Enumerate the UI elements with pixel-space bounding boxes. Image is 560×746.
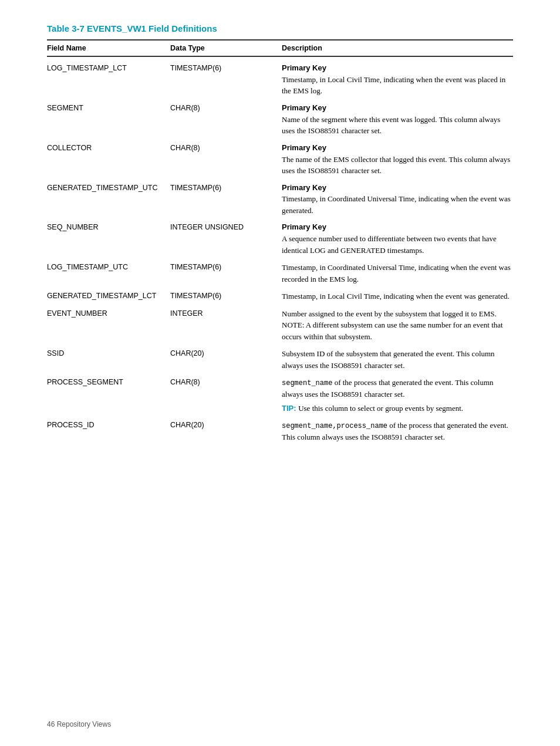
- desc-text: Name of the segment where this event was…: [282, 114, 513, 137]
- description-cell: Primary KeyThe name of the EMS collector…: [282, 140, 513, 180]
- table-row: PROCESS_SEGMENTCHAR(8)segment_name of th…: [47, 374, 513, 417]
- table-row: SEGMENTCHAR(8)Primary KeyName of the seg…: [47, 100, 513, 140]
- primary-key-label: Primary Key: [282, 183, 513, 194]
- field-name-cell: SSID: [47, 345, 170, 374]
- data-type-cell: CHAR(8): [170, 140, 282, 180]
- description-cell: Primary KeyA sequence number used to dif…: [282, 219, 513, 259]
- desc-text: segment_name of the process that generat…: [282, 377, 513, 400]
- col-header-field: Field Name: [47, 40, 170, 56]
- desc-text: segment_name,process_name of the process…: [282, 420, 513, 443]
- field-name-cell: LOG_TIMESTAMP_UTC: [47, 259, 170, 288]
- table-row: LOG_TIMESTAMP_LCTTIMESTAMP(6)Primary Key…: [47, 56, 513, 100]
- field-name-cell: SEQ_NUMBER: [47, 219, 170, 259]
- desc-text: Timestamp, in Local Civil Time, indicati…: [282, 74, 513, 97]
- field-name-cell: SEGMENT: [47, 100, 170, 140]
- field-name-cell: EVENT_NUMBER: [47, 305, 170, 346]
- data-type-cell: CHAR(8): [170, 374, 282, 417]
- tip-text: TIP: Use this column to select or group …: [282, 403, 513, 414]
- description-cell: segment_name of the process that generat…: [282, 374, 513, 417]
- description-cell: Primary KeyTimestamp, in Local Civil Tim…: [282, 56, 513, 100]
- field-name-cell: GENERATED_TIMESTAMP_UTC: [47, 180, 170, 220]
- data-type-cell: TIMESTAMP(6): [170, 56, 282, 100]
- tip-label: TIP:: [282, 404, 298, 413]
- data-type-cell: TIMESTAMP(6): [170, 288, 282, 305]
- desc-text: Number assigned to the event by the subs…: [282, 308, 513, 343]
- description-cell: Subsystem ID of the subsystem that gener…: [282, 345, 513, 374]
- data-type-cell: CHAR(8): [170, 100, 282, 140]
- col-header-type: Data Type: [170, 40, 282, 56]
- desc-text: Subsystem ID of the subsystem that gener…: [282, 348, 513, 371]
- field-name-cell: GENERATED_TIMESTAMP_LCT: [47, 288, 170, 305]
- table-row: SEQ_NUMBERINTEGER UNSIGNEDPrimary KeyA s…: [47, 219, 513, 259]
- col-header-desc: Description: [282, 40, 513, 56]
- data-type-cell: CHAR(20): [170, 417, 282, 446]
- data-type-cell: TIMESTAMP(6): [170, 180, 282, 220]
- description-cell: Timestamp, in Local Civil Time, indicati…: [282, 288, 513, 305]
- description-cell: Timestamp, in Coordinated Universal Time…: [282, 259, 513, 288]
- field-name-cell: LOG_TIMESTAMP_LCT: [47, 56, 170, 100]
- data-type-cell: INTEGER UNSIGNED: [170, 219, 282, 259]
- page-title: Table 3-7 EVENTS_VW1 Field Definitions: [47, 23, 513, 33]
- description-cell: Primary KeyName of the segment where thi…: [282, 100, 513, 140]
- field-definitions-table: Field Name Data Type Description LOG_TIM…: [47, 39, 513, 446]
- table-row: COLLECTORCHAR(8)Primary KeyThe name of t…: [47, 140, 513, 180]
- desc-text: Timestamp, in Local Civil Time, indicati…: [282, 291, 513, 302]
- field-name-cell: PROCESS_SEGMENT: [47, 374, 170, 417]
- desc-text: Timestamp, in Coordinated Universal Time…: [282, 193, 513, 216]
- primary-key-label: Primary Key: [282, 222, 513, 233]
- page-footer: 46 Repository Views: [47, 720, 111, 728]
- table-row: LOG_TIMESTAMP_UTCTIMESTAMP(6)Timestamp, …: [47, 259, 513, 288]
- primary-key-label: Primary Key: [282, 103, 513, 114]
- description-cell: Number assigned to the event by the subs…: [282, 305, 513, 346]
- description-cell: Primary KeyTimestamp, in Coordinated Uni…: [282, 180, 513, 220]
- table-row: SSIDCHAR(20)Subsystem ID of the subsyste…: [47, 345, 513, 374]
- desc-text: A sequence number used to differentiate …: [282, 233, 513, 256]
- description-cell: segment_name,process_name of the process…: [282, 417, 513, 446]
- table-row: PROCESS_IDCHAR(20)segment_name,process_n…: [47, 417, 513, 446]
- desc-text: Timestamp, in Coordinated Universal Time…: [282, 262, 513, 285]
- field-name-cell: PROCESS_ID: [47, 417, 170, 446]
- table-row: GENERATED_TIMESTAMP_LCTTIMESTAMP(6)Times…: [47, 288, 513, 305]
- desc-text: The name of the EMS collector that logge…: [282, 154, 513, 177]
- field-name-cell: COLLECTOR: [47, 140, 170, 180]
- table-row: EVENT_NUMBERINTEGERNumber assigned to th…: [47, 305, 513, 346]
- data-type-cell: INTEGER: [170, 305, 282, 346]
- table-row: GENERATED_TIMESTAMP_UTCTIMESTAMP(6)Prima…: [47, 180, 513, 220]
- primary-key-label: Primary Key: [282, 143, 513, 154]
- data-type-cell: TIMESTAMP(6): [170, 259, 282, 288]
- data-type-cell: CHAR(20): [170, 345, 282, 374]
- primary-key-label: Primary Key: [282, 63, 513, 74]
